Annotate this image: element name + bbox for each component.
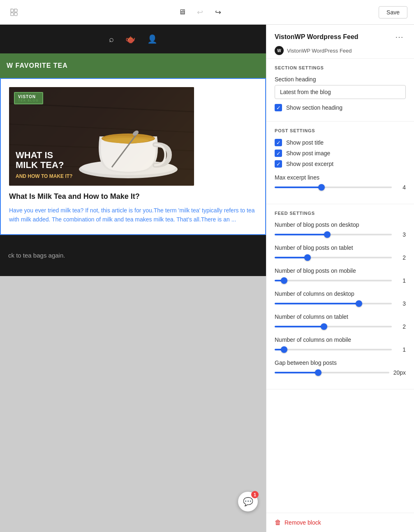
show-post-title-checkbox[interactable]: ✓	[275, 139, 282, 146]
show-post-excerpt-checkbox[interactable]: ✓	[275, 160, 282, 168]
show-post-image-row: ✓ Show post image	[275, 150, 406, 157]
cols-tablet-label: Number of columns on tablet	[275, 313, 406, 320]
show-post-title-label: Show post title	[286, 139, 324, 146]
section-heading-field-label: Section heading	[275, 76, 406, 83]
panel-more-button[interactable]: ⋯	[393, 31, 406, 43]
teapot-icon: 🫖	[125, 34, 136, 44]
blog-logo-text: VISTON	[18, 94, 39, 99]
num-desktop-value: 3	[396, 231, 406, 238]
blog-post-image: VISTON TEA BLOG WHAT IS MILK TEA? AND HO…	[9, 87, 194, 186]
num-tablet-value: 2	[396, 254, 406, 261]
trash-icon: 🗑	[275, 519, 281, 526]
num-desktop-fill	[275, 234, 327, 235]
max-excerpt-label: Max excerpt lines	[275, 174, 406, 181]
max-excerpt-thumb[interactable]	[318, 184, 325, 191]
canvas-content: ⌕ 🫖 👤 W FAVORITE TEA	[0, 25, 266, 532]
right-panel: VistonWP Wordpress Feed ⋯ W VistonWP Wor…	[266, 25, 414, 532]
feed-settings-label: FEED SETTINGS	[275, 211, 406, 216]
max-excerpt-value: 4	[396, 184, 406, 191]
main-area: ⌕ 🫖 👤 W FAVORITE TEA	[0, 25, 414, 532]
undo-button[interactable]: ↩	[193, 5, 208, 20]
check-icon-title: ✓	[276, 140, 281, 145]
monitor-icon: 🖥	[178, 8, 186, 16]
chat-icon: 💬	[243, 497, 253, 507]
canvas-banner: W FAVORITE TEA	[0, 53, 266, 78]
cols-desktop-row: Number of columns on desktop 3	[275, 290, 406, 307]
num-desktop-thumb[interactable]	[324, 231, 331, 238]
search-icon: ⌕	[109, 35, 114, 44]
toolbar-right: Save	[379, 6, 407, 18]
num-tablet-label: Number of blog posts on tablet	[275, 244, 406, 251]
cols-mobile-value: 1	[396, 346, 406, 353]
section-settings-label: SECTION SETTINGS	[275, 65, 406, 70]
show-section-heading-row: ✓ Show section heading	[275, 104, 406, 111]
svg-rect-0	[11, 9, 14, 12]
num-tablet-track	[275, 257, 392, 258]
cols-desktop-fill	[275, 303, 359, 304]
num-desktop-label: Number of blog posts on desktop	[275, 221, 406, 228]
save-button[interactable]: Save	[379, 6, 407, 18]
num-tablet-thumb[interactable]	[304, 254, 311, 261]
num-desktop-track	[275, 234, 392, 235]
post-settings-label: POST SETTINGS	[275, 128, 406, 133]
panel-title: VistonWP Wordpress Feed	[275, 33, 358, 41]
panel-title-row: VistonWP Wordpress Feed ⋯	[275, 31, 406, 43]
canvas-scroll[interactable]: ⌕ 🫖 👤 W FAVORITE TEA	[0, 25, 266, 532]
blog-logo: VISTON TEA BLOG	[14, 92, 43, 104]
num-mobile-thumb[interactable]	[281, 277, 287, 284]
plugin-icon: W	[275, 46, 284, 55]
user-icon: 👤	[147, 34, 157, 44]
gap-thumb[interactable]	[315, 369, 321, 376]
cols-tablet-track	[275, 326, 392, 327]
cols-tablet-control: 2	[275, 323, 406, 330]
max-excerpt-track	[275, 187, 392, 188]
num-mobile-row: Number of blog posts on mobile 1	[275, 267, 406, 284]
cols-desktop-thumb[interactable]	[356, 300, 362, 307]
remove-block-row: 🗑 Remove block	[266, 513, 414, 532]
cols-tablet-value: 2	[396, 323, 406, 330]
chat-bubble[interactable]: 💬 1	[238, 492, 258, 511]
check-icon: ✓	[276, 105, 281, 111]
check-icon-image: ✓	[276, 151, 281, 156]
gap-control: 20px	[275, 369, 406, 376]
show-section-heading-checkbox[interactable]: ✓	[275, 104, 282, 111]
show-post-image-checkbox[interactable]: ✓	[275, 150, 282, 157]
svg-rect-1	[14, 9, 17, 12]
num-desktop-row: Number of blog posts on desktop 3	[275, 221, 406, 238]
monitor-button[interactable]: 🖥	[175, 5, 190, 20]
canvas-blog-section[interactable]: VISTON TEA BLOG WHAT IS MILK TEA? AND HO…	[0, 78, 266, 235]
gap-row: Gap between blog posts 20px	[275, 359, 406, 376]
post-settings: POST SETTINGS ✓ Show post title ✓ Show p…	[266, 122, 414, 204]
cols-mobile-label: Number of columns on mobile	[275, 336, 406, 343]
num-tablet-control: 2	[275, 254, 406, 261]
svg-rect-2	[11, 13, 14, 16]
blog-post-excerpt: Have you ever tried milk tea? If not, th…	[9, 206, 257, 224]
cols-mobile-thumb[interactable]	[281, 346, 287, 353]
cols-mobile-track	[275, 349, 392, 350]
cols-tablet-thumb[interactable]	[321, 323, 327, 330]
section-heading-input[interactable]	[275, 85, 406, 99]
cols-tablet-row: Number of columns on tablet 2	[275, 313, 406, 330]
num-mobile-track	[275, 280, 392, 281]
remove-block-button[interactable]: 🗑 Remove block	[275, 519, 321, 526]
max-excerpt-row: Max excerpt lines 4	[275, 174, 406, 191]
selection-tool-button[interactable]	[7, 5, 21, 20]
remove-block-label: Remove block	[284, 519, 321, 526]
check-icon-excerpt: ✓	[276, 161, 281, 167]
cols-mobile-row: Number of columns on mobile 1	[275, 336, 406, 353]
panel-subtitle-row: W VistonWP WordPress Feed	[275, 46, 406, 55]
panel-scroll[interactable]: SECTION SETTINGS Section heading ✓ Show …	[266, 59, 414, 513]
svg-point-12	[104, 138, 149, 143]
num-desktop-control: 3	[275, 231, 406, 238]
undo-icon: ↩	[197, 8, 203, 17]
cols-tablet-fill	[275, 326, 324, 327]
canvas-area: ⌕ 🫖 👤 W FAVORITE TEA	[0, 25, 266, 532]
toolbar-left	[7, 5, 21, 20]
redo-button[interactable]: ↪	[211, 5, 226, 20]
panel-header: VistonWP Wordpress Feed ⋯ W VistonWP Wor…	[266, 25, 414, 59]
banner-text: W FAVORITE TEA	[7, 62, 68, 69]
toolbar-center: 🖥 ↩ ↪	[26, 5, 374, 20]
max-excerpt-control: 4	[275, 184, 406, 191]
num-mobile-value: 1	[396, 277, 406, 284]
show-post-title-row: ✓ Show post title	[275, 139, 406, 146]
